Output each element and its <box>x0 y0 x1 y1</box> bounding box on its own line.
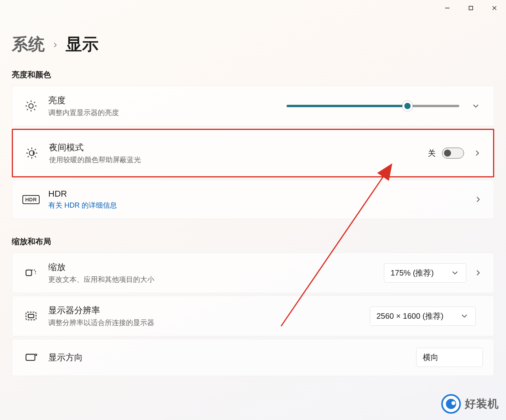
night-light-row[interactable]: 夜间模式 使用较暖的颜色帮助屏蔽蓝光 关 <box>12 129 494 177</box>
svg-rect-1 <box>469 6 472 9</box>
window-controls <box>435 0 506 16</box>
section-brightness-color: 亮度和颜色 <box>12 69 494 80</box>
orientation-dropdown[interactable]: 横向 <box>416 348 483 367</box>
svg-rect-23 <box>26 312 36 320</box>
chevron-right-icon[interactable] <box>473 148 482 158</box>
chevron-right-icon[interactable] <box>473 195 483 204</box>
hdr-title: HDR <box>48 189 473 199</box>
hdr-icon: HDR <box>23 192 39 207</box>
night-light-title: 夜间模式 <box>49 142 428 153</box>
chevron-right-icon: › <box>53 38 57 51</box>
brightness-subtitle: 调整内置显示器的亮度 <box>48 108 287 117</box>
brightness-title: 亮度 <box>48 95 287 106</box>
hdr-row[interactable]: HDR HDR 有关 HDR 的详细信息 <box>12 180 494 219</box>
close-button[interactable] <box>482 0 506 16</box>
svg-rect-22 <box>26 270 31 276</box>
chevron-down-icon <box>460 311 469 321</box>
svg-rect-25 <box>26 354 35 360</box>
svg-line-11 <box>27 109 28 110</box>
scale-selected: 175% (推荐) <box>391 268 434 278</box>
night-light-subtitle: 使用较暖的颜色帮助屏蔽蓝光 <box>49 155 428 164</box>
resolution-row[interactable]: 显示器分辨率 调整分辨率以适合所连接的显示器 2560 × 1600 (推荐) <box>12 296 494 336</box>
orientation-title: 显示方向 <box>48 352 416 363</box>
scale-row[interactable]: 缩放 更改文本、应用和其他项目的大小 175% (推荐) <box>12 252 494 293</box>
chevron-down-icon[interactable] <box>471 101 480 111</box>
orientation-icon <box>23 350 39 365</box>
resolution-title: 显示器分辨率 <box>48 305 370 316</box>
orientation-selected: 横向 <box>423 352 438 363</box>
toggle-knob <box>444 150 451 157</box>
hdr-link[interactable]: 有关 HDR 的详细信息 <box>48 201 473 210</box>
svg-line-18 <box>27 149 29 150</box>
scale-subtitle: 更改文本、应用和其他项目的大小 <box>48 275 384 284</box>
section-scale-layout: 缩放和布局 <box>12 236 494 247</box>
svg-line-10 <box>34 109 35 110</box>
brightness-row[interactable]: 亮度 调整内置显示器的亮度 <box>12 86 494 126</box>
night-light-toggle[interactable] <box>442 148 464 159</box>
night-light-icon <box>24 145 40 161</box>
scale-title: 缩放 <box>48 261 384 273</box>
watermark-logo-icon <box>441 394 461 414</box>
resolution-icon <box>23 308 39 324</box>
night-light-toggle-label: 关 <box>428 148 436 159</box>
scale-dropdown[interactable]: 175% (推荐) <box>384 263 466 283</box>
chevron-right-icon[interactable] <box>473 268 483 278</box>
resolution-subtitle: 调整分辨率以适合所连接的显示器 <box>48 318 370 327</box>
breadcrumb: 系统 › 显示 <box>12 33 494 55</box>
breadcrumb-parent[interactable]: 系统 <box>12 33 45 55</box>
minimize-button[interactable] <box>435 0 459 16</box>
maximize-button[interactable] <box>459 0 482 16</box>
watermark: 好装机 <box>441 394 499 414</box>
resolution-dropdown[interactable]: 2560 × 1600 (推荐) <box>370 307 476 326</box>
svg-line-21 <box>35 149 36 150</box>
scale-icon <box>23 265 39 281</box>
svg-line-9 <box>27 102 28 103</box>
chevron-down-icon <box>450 268 460 278</box>
orientation-row[interactable]: 显示方向 横向 <box>12 339 494 376</box>
svg-line-20 <box>27 156 29 157</box>
watermark-text: 好装机 <box>465 396 499 411</box>
breadcrumb-current: 显示 <box>66 33 99 55</box>
svg-point-4 <box>29 104 33 108</box>
svg-line-19 <box>35 156 36 157</box>
brightness-slider[interactable] <box>287 105 459 107</box>
sun-icon <box>23 98 39 114</box>
svg-line-12 <box>34 102 35 103</box>
slider-thumb[interactable] <box>402 101 413 111</box>
svg-rect-24 <box>28 314 34 318</box>
resolution-selected: 2560 × 1600 (推荐) <box>376 311 444 321</box>
